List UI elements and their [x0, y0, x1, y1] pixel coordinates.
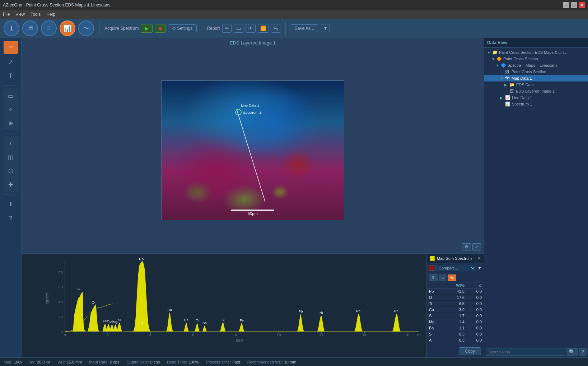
svg-text:Pb: Pb — [356, 309, 360, 313]
menu-view[interactable]: View — [15, 12, 25, 17]
menu-tools[interactable]: Tools — [31, 12, 41, 17]
svg-text:Ba: Ba — [184, 318, 189, 322]
main-layout: ☞ ↗ T ▭ ○ ⊕ / ◫ ⬡ ✚ ℹ ? EDS Layered Imag… — [0, 38, 588, 357]
svg-text:Ti: Ti — [196, 319, 199, 322]
scale-label: 50μm — [248, 211, 258, 216]
save-dropdown-button[interactable]: ▼ — [321, 24, 330, 32]
rect-tool[interactable]: ▭ — [4, 89, 18, 102]
tree-item-edsdata[interactable]: ▶ 📂 EDS Data — [484, 81, 588, 88]
wd-label: WD: — [57, 360, 65, 364]
tree-item-sml[interactable]: ▼ 🔷 Spectra – Maps – Linescans — [484, 62, 588, 69]
spectrum-chart: 0 20 40 60 80 cps/eV 0 2 4 6 8 10 12 14 — [22, 254, 426, 357]
image-expand-button[interactable]: ⤢ — [472, 243, 481, 250]
image-area: EDS Layered Image 1 Line Data 1 Spectrum… — [22, 38, 484, 253]
process-status: Process Time: Fast — [206, 360, 240, 364]
spectrum-panel-close[interactable]: ✕ — [477, 256, 481, 261]
report-table-button[interactable]: ▭ — [234, 24, 243, 33]
zoom-tool[interactable]: ⊕ — [4, 117, 18, 130]
svg-text:Pb: Pb — [318, 311, 323, 315]
spectrum-row: Ba 1.1 0.0 — [427, 325, 484, 331]
element-col-header — [427, 282, 444, 288]
compare-dropdown[interactable]: Compare... — [435, 265, 476, 271]
maximize-button[interactable]: □ — [571, 2, 577, 8]
toolbar-info-button[interactable]: ℹ — [4, 20, 19, 36]
poly-tool[interactable]: ⬡ — [4, 164, 18, 177]
tree-item-edslayered[interactable]: 🖼 EDS Layered Image 1 — [484, 88, 588, 94]
wt-cell: 1.1 — [444, 325, 467, 331]
info-tool[interactable]: ℹ — [4, 198, 18, 211]
tree-item-linedata1[interactable]: ▶ 📈 Line Data 1 — [484, 94, 588, 101]
arrow-tool[interactable]: ↗ — [4, 55, 18, 68]
save-as-button[interactable]: Save As... — [291, 24, 318, 32]
acquire-group: Acquire Spectrum ▶ ■ ⚙ Settings — [104, 24, 197, 33]
text-tool[interactable]: T — [4, 70, 18, 83]
spectrum-row: Mg 1.4 0.0 — [427, 319, 484, 325]
svg-text:10: 10 — [277, 333, 281, 337]
help-tool[interactable]: ? — [4, 212, 18, 225]
play-icon: ▶ — [145, 25, 149, 31]
circle-tool[interactable]: ○ — [4, 103, 18, 116]
tree-item-mapdata1[interactable]: ▼ 🗺 Map Data 1 — [484, 75, 588, 81]
element-cell: Si — [427, 313, 444, 319]
stop-button[interactable]: ■ — [155, 24, 165, 33]
sigma-cell: 0.0 — [467, 313, 484, 319]
tree-arrow: ▼ — [491, 57, 495, 61]
close-button[interactable]: ✕ — [579, 2, 585, 8]
spectrum-row: Al 0.3 0.0 — [427, 337, 484, 343]
report-bar-button[interactable]: 📶 — [258, 24, 269, 33]
tree-icon: 📈 — [505, 95, 510, 100]
mag-status: Mag: 100x — [4, 360, 22, 364]
toolbar-chart-button[interactable]: 📊 — [60, 20, 75, 36]
wd-status: WD: 15.0 mm — [57, 360, 82, 364]
acquire-label: Acquire Spectrum — [104, 26, 139, 31]
image-settings-button[interactable]: ⚙ — [462, 243, 471, 250]
tree-icon: 🖼 — [509, 89, 514, 94]
copy-button[interactable]: Copy — [459, 347, 481, 355]
wt-cell: 1.4 — [444, 319, 467, 325]
wt-cell: 41.5 — [444, 288, 467, 295]
spectrum-panel: Map Sum Spectrum ✕ Compare... ▼ ⚙ ≡ % — [426, 254, 484, 357]
titlebar: AZtecOne - Paint Cross Section EDS Maps … — [0, 0, 588, 10]
svg-text:Pb: Pb — [394, 309, 398, 313]
toolbar-screen-button[interactable]: 🖥 — [22, 20, 38, 36]
report-percent-button[interactable]: % — [271, 24, 280, 33]
spectrum-list-button[interactable]: ≡ — [439, 274, 446, 281]
svg-text:40: 40 — [59, 300, 63, 304]
line-tool[interactable]: / — [4, 137, 18, 150]
av-label: AV: — [29, 360, 36, 364]
svg-text:Mg: Mg — [113, 320, 117, 324]
sidebar-separator-3 — [4, 194, 17, 195]
svg-text:O: O — [92, 301, 95, 304]
settings-button[interactable]: ⚙ Settings — [168, 24, 197, 32]
tree-item-spectrum1[interactable]: 📊 Spectrum 1 — [484, 101, 588, 107]
report-eye-button[interactable]: 👁 — [246, 24, 256, 33]
app-title: AZtecOne - Paint Cross Section EDS Maps … — [3, 3, 110, 8]
toolbar-lines-button[interactable]: 〜 — [78, 20, 94, 36]
play-button[interactable]: ▶ — [141, 24, 153, 33]
sidebar-separator — [4, 85, 17, 86]
tree-item-root[interactable]: ▼ 📁 Paint Cross Section EDS Maps & Lin..… — [484, 49, 588, 56]
tree-label: EDS Layered Image 1 — [516, 89, 555, 93]
compare-dropdown-arrow: ▼ — [477, 266, 482, 271]
minimize-button[interactable]: ─ — [563, 2, 569, 8]
report-pencil-button[interactable]: ✏ — [222, 24, 232, 33]
toolbar-separator-2 — [202, 22, 202, 35]
mark-tool[interactable]: ✚ — [4, 178, 18, 191]
search-button[interactable]: 🔍 — [566, 348, 578, 356]
select-tool[interactable]: ◫ — [4, 151, 18, 164]
cursor-tool[interactable]: ☞ — [4, 41, 18, 54]
tree-item-pcs[interactable]: ▼ 🔶 Paint Cross Section — [484, 56, 588, 62]
toolbar-layers-button[interactable]: ≡ — [41, 20, 57, 36]
output-value: 0 cps — [150, 360, 160, 364]
search-input[interactable] — [486, 348, 565, 356]
svg-text:Ba: Ba — [202, 322, 207, 325]
menu-help[interactable]: Help — [46, 12, 55, 17]
menu-file[interactable]: File — [3, 12, 10, 17]
tree-item-pcs2[interactable]: 🖼 Paint Cross Section — [484, 69, 588, 75]
spectrum-row: O 17.6 0.0 — [427, 295, 484, 301]
help-external-button[interactable]: ? — [579, 348, 587, 356]
spectrum-settings-button[interactable]: ⚙ — [429, 274, 438, 281]
spectrum-svg: 0 20 40 60 80 cps/eV 0 2 4 6 8 10 12 14 — [43, 257, 423, 343]
spectrum-percent-button[interactable]: % — [448, 274, 456, 281]
dead-status: Dead Time: 100% — [167, 360, 199, 364]
